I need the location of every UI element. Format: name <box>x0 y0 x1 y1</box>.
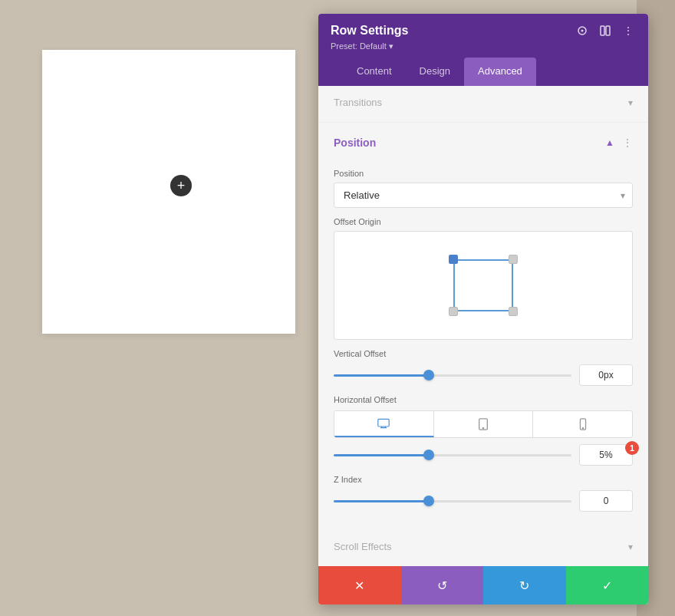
vertical-offset-slider-wrapper <box>334 367 571 383</box>
mobile-icon <box>577 418 589 430</box>
svg-point-1 <box>581 30 584 32</box>
position-select-wrapper: Relative Absolute Fixed ▾ <box>334 183 633 208</box>
tab-content[interactable]: Content <box>343 58 406 86</box>
z-index-input[interactable] <box>579 490 633 512</box>
scroll-effects-section-header[interactable]: Scroll Effects ▾ <box>318 530 648 563</box>
panel-tabs: Content Design Advanced <box>331 58 636 86</box>
tab-design[interactable]: Design <box>406 58 464 86</box>
position-select[interactable]: Relative Absolute Fixed <box>334 183 633 208</box>
scroll-effects-title: Scroll Effects <box>334 541 392 552</box>
position-title: Position <box>334 137 376 149</box>
vertical-offset-label: Vertical Offset <box>334 349 633 358</box>
svg-rect-2 <box>601 26 604 35</box>
device-tabs <box>334 410 633 438</box>
position-field-label: Position <box>334 169 633 178</box>
position-arrow-icon: ▲ <box>605 137 614 148</box>
svg-point-11 <box>582 428 583 429</box>
vertical-offset-thumb[interactable] <box>423 370 434 380</box>
transitions-title: Transitions <box>334 97 382 108</box>
device-tab-desktop[interactable] <box>334 411 434 437</box>
svg-rect-4 <box>378 419 389 427</box>
offset-origin-label: Offset Origin <box>334 217 633 226</box>
horizontal-offset-fill <box>334 454 429 456</box>
svg-rect-3 <box>606 26 610 35</box>
panel-title: Row Settings <box>331 24 408 38</box>
notification-badge: 1 <box>625 441 639 455</box>
svg-point-9 <box>482 428 483 429</box>
tab-advanced[interactable]: Advanced <box>464 58 536 86</box>
vertical-offset-track <box>334 374 571 377</box>
position-header-right: ▲ ⋮ <box>605 137 633 149</box>
panel-footer: ✕ ↺ ↻ ✓ <box>318 566 648 604</box>
cancel-icon: ✕ <box>354 578 364 593</box>
canvas-white-block <box>42 50 295 334</box>
scroll-effects-arrow-icon: ▾ <box>628 542 633 552</box>
position-section-header[interactable]: Position ▲ ⋮ <box>318 126 648 160</box>
columns-icon[interactable] <box>598 23 613 38</box>
vertical-offset-fill <box>334 374 429 377</box>
transitions-section-header[interactable]: Transitions ▾ <box>318 86 648 119</box>
origin-dot-top-left[interactable] <box>449 255 458 264</box>
more-icon[interactable]: ⋮ <box>621 23 636 38</box>
add-row-button[interactable]: + <box>170 175 192 196</box>
redo-icon: ↻ <box>519 578 529 593</box>
panel-header-icons: ⋮ <box>575 23 636 38</box>
canvas-area: + <box>0 0 318 616</box>
z-index-track <box>334 500 571 502</box>
panel-header: Row Settings ⋮ Preset: Default ▾ <box>318 14 648 86</box>
z-index-fill <box>334 500 429 502</box>
transitions-arrow-icon: ▾ <box>628 97 633 108</box>
save-icon: ✓ <box>602 578 612 593</box>
focus-icon[interactable] <box>575 23 590 38</box>
origin-grid <box>441 247 525 324</box>
reset-icon: ↺ <box>437 578 447 593</box>
horizontal-offset-thumb[interactable] <box>423 450 434 460</box>
origin-dot-bottom-left[interactable] <box>449 307 458 316</box>
horizontal-offset-slider-row: 1 <box>334 444 633 466</box>
position-menu-icon[interactable]: ⋮ <box>622 137 633 149</box>
origin-dot-bottom-right[interactable] <box>509 307 518 316</box>
panel-preset[interactable]: Preset: Default ▾ <box>331 41 636 51</box>
reset-button[interactable]: ↺ <box>401 566 484 604</box>
horizontal-offset-input-wrapper: 1 <box>579 444 633 466</box>
horizontal-offset-slider-wrapper <box>334 447 571 463</box>
vertical-offset-slider-row <box>334 364 633 386</box>
settings-panel: Row Settings ⋮ Preset: Default ▾ <box>318 14 648 604</box>
desktop-icon <box>377 417 390 430</box>
tablet-icon <box>477 418 489 430</box>
save-button[interactable]: ✓ <box>566 566 649 604</box>
horizontal-offset-label: Horizontal Offset <box>334 395 633 404</box>
z-index-label: Z Index <box>334 475 633 484</box>
z-index-thumb[interactable] <box>423 496 434 506</box>
cancel-button[interactable]: ✕ <box>318 566 401 604</box>
vertical-offset-input[interactable] <box>579 364 633 386</box>
position-section-content: Position Relative Absolute Fixed ▾ Offse… <box>318 169 648 524</box>
horizontal-offset-track <box>334 454 571 456</box>
origin-grid-border <box>453 259 513 311</box>
divider-1 <box>318 122 648 123</box>
z-index-slider-row <box>334 490 633 512</box>
device-tab-tablet[interactable] <box>434 411 534 437</box>
panel-body: Transitions ▾ Position ▲ ⋮ Position Rela… <box>318 86 648 566</box>
origin-dot-top-right[interactable] <box>509 255 518 264</box>
device-tab-mobile[interactable] <box>533 411 632 437</box>
offset-origin-container <box>334 231 633 340</box>
z-index-slider-wrapper <box>334 493 571 509</box>
redo-button[interactable]: ↻ <box>483 566 566 604</box>
